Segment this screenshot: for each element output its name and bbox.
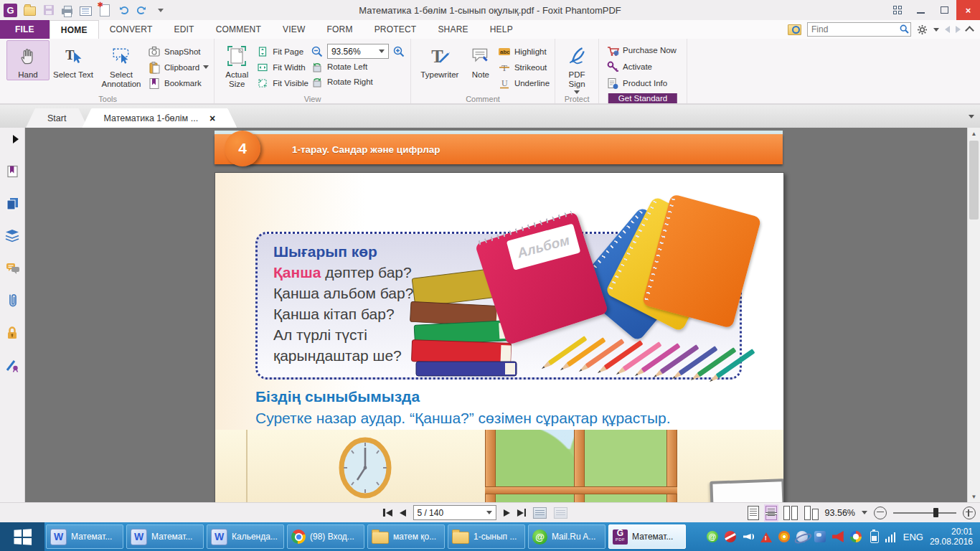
colorball-tray-icon[interactable] [850, 531, 862, 542]
tab-convert[interactable]: CONVERT [99, 20, 164, 39]
redo-icon[interactable] [136, 4, 148, 17]
next-page-button[interactable] [503, 509, 509, 517]
doc-tab-start[interactable]: Start [26, 108, 88, 128]
taskbar-item-word-1[interactable]: W Математ... [46, 524, 123, 549]
tab-form[interactable]: FORM [316, 20, 364, 39]
tab-edit[interactable]: EDIT [163, 20, 204, 39]
flower-tray-icon[interactable] [778, 531, 790, 542]
search-icon[interactable] [900, 24, 909, 34]
document-viewport[interactable]: 1-тарау. Сандар және цифрлар 4 Шығарып к… [25, 128, 967, 502]
get-standard-banner[interactable]: Get Standard [608, 93, 677, 103]
facing-view-icon[interactable] [783, 506, 798, 520]
volume-icon[interactable] [743, 531, 754, 542]
fit-visible-button[interactable]: Fit Visible [256, 77, 308, 89]
find-options-gear-icon[interactable] [917, 24, 928, 35]
sidebar-expand-icon[interactable] [4, 131, 20, 147]
taskbar-item-folder-1[interactable]: матем қо... [367, 524, 445, 549]
previous-page-button[interactable] [399, 509, 405, 517]
tab-help[interactable]: HELP [479, 20, 524, 39]
restore-button[interactable] [933, 0, 956, 20]
taskbar-item-folder-2[interactable]: 1-сынып ... [448, 524, 525, 549]
layout-grid-icon[interactable] [885, 0, 909, 20]
find-previous-icon[interactable] [945, 26, 950, 33]
scrollbar-thumb[interactable] [969, 141, 979, 220]
mailru-agent-tray-icon[interactable]: @ [707, 531, 718, 542]
purchase-now-button[interactable]: Purchase Now [606, 44, 677, 56]
email-icon[interactable] [80, 4, 92, 17]
note-button[interactable]: Note [466, 40, 496, 80]
zoom-in-icon[interactable] [392, 45, 405, 58]
zoom-slider-handle[interactable] [933, 508, 938, 517]
tab-view[interactable]: VIEW [272, 20, 316, 39]
close-tab-icon[interactable] [209, 115, 215, 122]
page-number-combobox[interactable]: 5 / 140 [413, 505, 496, 520]
find-next-icon[interactable] [956, 26, 961, 33]
zoom-out-icon[interactable] [311, 45, 324, 58]
find-input[interactable] [807, 22, 911, 37]
network-signal-icon[interactable] [885, 531, 897, 542]
last-page-button[interactable] [517, 509, 526, 517]
taskbar-item-word-3[interactable]: W Кальенда... [207, 524, 284, 549]
bookmarks-panel-icon[interactable] [4, 164, 20, 179]
fit-width-button[interactable]: Fit Width [256, 61, 308, 73]
attachments-icon[interactable] [4, 293, 20, 309]
start-button[interactable] [0, 522, 44, 551]
security-icon[interactable] [4, 325, 20, 341]
zoom-out-button[interactable] [874, 507, 887, 519]
search-folder-icon[interactable] [788, 24, 801, 35]
gear-caret-icon[interactable] [933, 28, 939, 32]
foxit-logo-icon[interactable]: G [4, 4, 17, 17]
tab-comment[interactable]: COMMENT [205, 20, 272, 39]
select-annotation-button[interactable]: Select Annotation [97, 40, 146, 90]
save-icon[interactable] [42, 4, 55, 17]
taskbar-item-chrome[interactable]: (98) Вход... [287, 524, 364, 549]
planet-tray-icon[interactable] [796, 531, 808, 542]
select-text-button[interactable]: T Select Text [52, 40, 95, 80]
tab-share[interactable]: SHARE [427, 20, 479, 39]
strikeout-button[interactable]: T Strikeout [498, 61, 550, 73]
megaphone-tray-icon[interactable] [832, 531, 844, 542]
print-icon[interactable] [61, 4, 73, 17]
close-button[interactable]: × [956, 0, 980, 20]
hand-tool-button[interactable]: Hand [6, 40, 50, 80]
comments-panel-icon[interactable] [4, 260, 20, 276]
minimize-button[interactable] [909, 0, 933, 20]
language-indicator[interactable]: ENG [903, 532, 923, 542]
vertical-scrollbar[interactable]: ▲ ▼ [967, 128, 980, 502]
zoom-combobox[interactable]: 93.56% [327, 44, 389, 59]
first-page-button[interactable] [383, 509, 392, 517]
underline-button[interactable]: U Underline [498, 77, 550, 89]
zoom-in-button[interactable] [963, 507, 976, 519]
taskbar-item-word-2[interactable]: W Математ... [126, 524, 204, 549]
qat-customize-icon[interactable] [154, 4, 166, 17]
clipboard-button[interactable]: Clipboard [148, 61, 209, 73]
tab-protect[interactable]: PROTECT [364, 20, 428, 39]
open-file-icon[interactable] [24, 4, 36, 17]
clock[interactable]: 20:01 29.08.2016 [930, 527, 973, 547]
collapse-ribbon-icon[interactable] [965, 26, 974, 35]
bookmark-button[interactable]: Bookmark [148, 77, 209, 89]
rotate-left-button[interactable]: Rotate Left [311, 60, 405, 72]
doc-tab-document[interactable]: Математика 1-бөлім ... [82, 108, 237, 128]
highlight-button[interactable]: abc Highlight [498, 45, 550, 57]
activate-button[interactable]: Activate [606, 60, 677, 72]
tab-list-caret-icon[interactable] [969, 115, 974, 118]
product-info-button[interactable]: Product Info [606, 77, 677, 89]
page-thumbnails-icon[interactable] [4, 196, 20, 212]
tab-home[interactable]: HOME [50, 20, 99, 39]
continuous-view-icon[interactable] [765, 506, 777, 520]
undo-icon[interactable] [117, 4, 129, 17]
taskbar-item-foxit[interactable]: GPDF Математ... [608, 524, 686, 549]
pdf-sign-button[interactable]: PDF Sign [560, 40, 593, 95]
create-pdf-icon[interactable] [98, 4, 110, 17]
snapshot-button[interactable]: SnapShot [148, 45, 209, 57]
taskbar-item-mailru[interactable]: @ Mail.Ru A... [528, 524, 606, 549]
alert-icon[interactable] [760, 532, 772, 542]
continuous-facing-view-icon[interactable] [804, 506, 819, 520]
layers-icon[interactable] [4, 228, 20, 244]
pdf-page[interactable]: Шығарып көр Қанша дәптер бар? Қанша альб… [215, 172, 784, 502]
actual-size-button[interactable]: Actual Size [220, 40, 254, 90]
zoom-level-caret-icon[interactable] [862, 511, 867, 514]
scroll-down-icon[interactable]: ▼ [968, 491, 980, 502]
battery-icon[interactable] [870, 531, 879, 543]
